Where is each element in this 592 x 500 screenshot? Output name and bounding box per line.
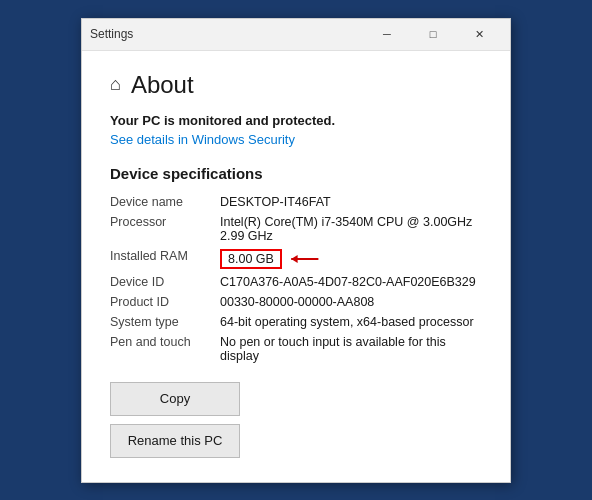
table-row: Device name DESKTOP-IT46FAT (110, 192, 482, 212)
spec-value: No pen or touch input is available for t… (220, 332, 482, 366)
spec-value: DESKTOP-IT46FAT (220, 192, 482, 212)
spec-label: Product ID (110, 292, 220, 312)
table-row: Pen and touch No pen or touch input is a… (110, 332, 482, 366)
spec-label: Installed RAM (110, 246, 220, 272)
maximize-button[interactable]: □ (410, 18, 456, 50)
spec-label: Device name (110, 192, 220, 212)
table-row: Device ID C170A376-A0A5-4D07-82C0-AAF020… (110, 272, 482, 292)
settings-window: Settings ─ □ ✕ ⌂ About Your PC is monito… (81, 18, 511, 483)
window-title: Settings (90, 27, 364, 41)
spec-label: System type (110, 312, 220, 332)
spec-value: C170A376-A0A5-4D07-82C0-AAF020E6B329 (220, 272, 482, 292)
titlebar: Settings ─ □ ✕ (82, 19, 510, 51)
security-details-link[interactable]: See details in Windows Security (110, 132, 482, 147)
red-arrow-icon (288, 249, 320, 269)
spec-value: 00330-80000-00000-AA808 (220, 292, 482, 312)
table-row: System type 64-bit operating system, x64… (110, 312, 482, 332)
svg-marker-1 (291, 255, 297, 263)
table-row-installed-ram: Installed RAM 8.00 GB (110, 246, 482, 272)
spec-label: Device ID (110, 272, 220, 292)
action-buttons: Copy Rename this PC (110, 382, 482, 458)
specs-table: Device name DESKTOP-IT46FAT Processor In… (110, 192, 482, 366)
close-button[interactable]: ✕ (456, 18, 502, 50)
content-area: ⌂ About Your PC is monitored and protect… (82, 51, 510, 482)
spec-label: Processor (110, 212, 220, 246)
page-title: About (131, 71, 194, 99)
spec-value: 64-bit operating system, x64-based proce… (220, 312, 482, 332)
page-header: ⌂ About (110, 71, 482, 99)
protection-status: Your PC is monitored and protected. (110, 113, 482, 128)
spec-value-ram: 8.00 GB (220, 246, 482, 272)
home-icon: ⌂ (110, 74, 121, 95)
spec-label: Pen and touch (110, 332, 220, 366)
ram-highlight-container: 8.00 GB (220, 249, 320, 269)
ram-value-box: 8.00 GB (220, 249, 282, 269)
table-row: Processor Intel(R) Core(TM) i7-3540M CPU… (110, 212, 482, 246)
titlebar-controls: ─ □ ✕ (364, 18, 502, 50)
table-row: Product ID 00330-80000-00000-AA808 (110, 292, 482, 312)
minimize-button[interactable]: ─ (364, 18, 410, 50)
copy-button[interactable]: Copy (110, 382, 240, 416)
spec-value: Intel(R) Core(TM) i7-3540M CPU @ 3.00GHz… (220, 212, 482, 246)
device-specs-heading: Device specifications (110, 165, 482, 182)
rename-pc-button[interactable]: Rename this PC (110, 424, 240, 458)
